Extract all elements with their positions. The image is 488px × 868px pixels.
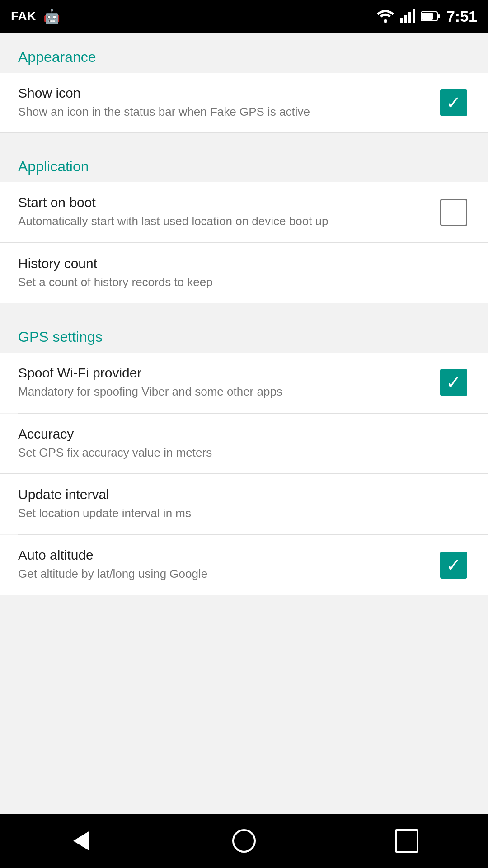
- setting-desc-auto-altitude: Get altitude by lat/long using Google: [18, 566, 427, 582]
- wifi-icon: [377, 9, 394, 23]
- nav-bar: [0, 814, 488, 868]
- svg-rect-4: [413, 9, 415, 23]
- setting-text-history-count: History countSet a count of history reco…: [18, 256, 470, 290]
- battery-icon: [421, 10, 440, 22]
- nav-recents-button[interactable]: [380, 814, 434, 868]
- svg-rect-2: [404, 15, 407, 23]
- settings-content: AppearanceShow iconShow an icon in the s…: [0, 33, 488, 650]
- setting-title-update-interval: Update interval: [18, 487, 459, 502]
- setting-desc-update-interval: Set location update interval in ms: [18, 505, 459, 521]
- svg-point-0: [384, 20, 387, 23]
- section-spacer: [0, 133, 488, 142]
- setting-title-accuracy: Accuracy: [18, 426, 459, 442]
- status-bar-right: 7:51: [377, 8, 477, 25]
- setting-desc-history-count: Set a count of history records to keep: [18, 274, 459, 290]
- section-header-gps-settings: GPS settings: [0, 312, 488, 353]
- svg-rect-3: [408, 12, 411, 23]
- setting-text-spoof-wifi: Spoof Wi-Fi providerMandatory for spoofi…: [18, 365, 437, 400]
- setting-row-start-on-boot[interactable]: Start on bootAutomatically start with la…: [0, 182, 488, 242]
- section-header-appearance: Appearance: [0, 33, 488, 73]
- section-header-application: Application: [0, 142, 488, 182]
- checkbox-auto-altitude[interactable]: ✓: [440, 552, 467, 579]
- setting-title-history-count: History count: [18, 256, 459, 271]
- setting-desc-accuracy: Set GPS fix accuracy value in meters: [18, 444, 459, 461]
- android-icon: 🤖: [43, 9, 60, 24]
- status-bar: FAK 🤖 7:51: [0, 0, 488, 33]
- checkbox-wrap-start-on-boot[interactable]: [437, 196, 470, 229]
- setting-desc-start-on-boot: Automatically start with last used locat…: [18, 213, 427, 229]
- setting-title-spoof-wifi: Spoof Wi-Fi provider: [18, 365, 427, 381]
- setting-text-update-interval: Update intervalSet location update inter…: [18, 487, 470, 521]
- checkmark-show-icon: ✓: [446, 94, 461, 112]
- setting-title-start-on-boot: Start on boot: [18, 195, 427, 210]
- checkbox-spoof-wifi[interactable]: ✓: [440, 369, 467, 396]
- status-time: 7:51: [446, 8, 477, 25]
- setting-row-auto-altitude[interactable]: Auto altitudeGet altitude by lat/long us…: [0, 535, 488, 595]
- nav-home-button[interactable]: [217, 814, 271, 868]
- status-bar-left: FAK 🤖: [11, 9, 60, 24]
- svg-rect-1: [400, 18, 403, 23]
- checkbox-show-icon[interactable]: ✓: [440, 89, 467, 116]
- setting-desc-show-icon: Show an icon in the status bar when Fake…: [18, 104, 427, 120]
- checkbox-wrap-auto-altitude[interactable]: ✓: [437, 549, 470, 581]
- checkmark-auto-altitude: ✓: [446, 556, 461, 574]
- nav-back-button[interactable]: [54, 814, 108, 868]
- setting-title-show-icon: Show icon: [18, 85, 427, 101]
- setting-row-show-icon[interactable]: Show iconShow an icon in the status bar …: [0, 73, 488, 133]
- checkbox-wrap-spoof-wifi[interactable]: ✓: [437, 366, 470, 399]
- section-spacer: [0, 303, 488, 312]
- checkbox-start-on-boot[interactable]: [440, 199, 467, 226]
- setting-text-auto-altitude: Auto altitudeGet altitude by lat/long us…: [18, 547, 437, 582]
- setting-text-accuracy: AccuracySet GPS fix accuracy value in me…: [18, 426, 470, 461]
- checkbox-wrap-show-icon[interactable]: ✓: [437, 86, 470, 119]
- setting-text-show-icon: Show iconShow an icon in the status bar …: [18, 85, 437, 120]
- setting-text-start-on-boot: Start on bootAutomatically start with la…: [18, 195, 437, 229]
- setting-desc-spoof-wifi: Mandatory for spoofing Viber and some ot…: [18, 383, 427, 400]
- setting-row-history-count[interactable]: History countSet a count of history reco…: [0, 243, 488, 303]
- fak-icon: FAK: [11, 9, 36, 24]
- svg-rect-6: [422, 13, 433, 20]
- checkmark-spoof-wifi: ✓: [446, 373, 461, 392]
- setting-row-accuracy[interactable]: AccuracySet GPS fix accuracy value in me…: [0, 414, 488, 474]
- signal-icon: [400, 9, 415, 23]
- setting-row-update-interval[interactable]: Update intervalSet location update inter…: [0, 474, 488, 534]
- setting-title-auto-altitude: Auto altitude: [18, 547, 427, 563]
- svg-rect-7: [438, 14, 440, 18]
- setting-row-spoof-wifi[interactable]: Spoof Wi-Fi providerMandatory for spoofi…: [0, 353, 488, 413]
